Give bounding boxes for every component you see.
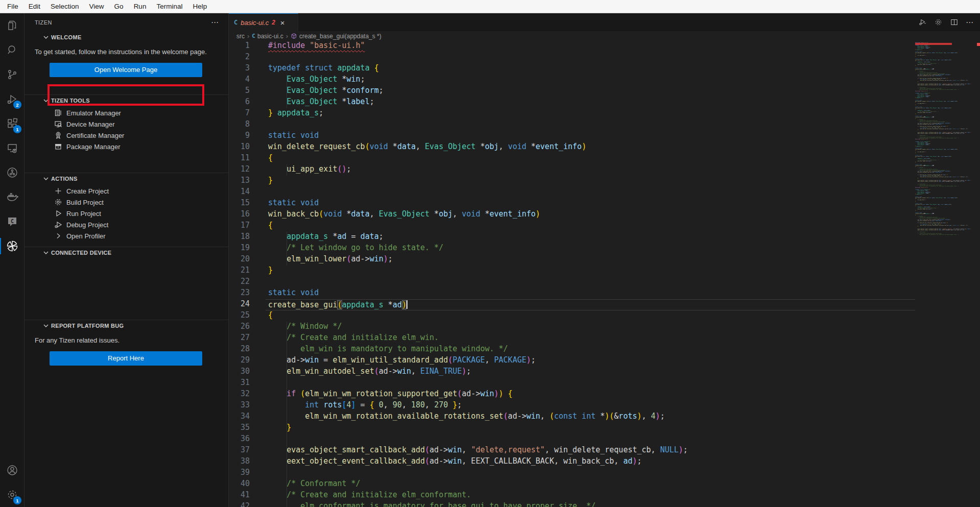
sidebar-item-build-project[interactable]: Build Project xyxy=(25,197,228,208)
code-line[interactable]: { xyxy=(266,153,915,164)
code-line[interactable]: Evas_Object *label; xyxy=(266,97,915,108)
code-line[interactable] xyxy=(266,187,915,198)
search-icon[interactable] xyxy=(0,38,24,62)
settings-icon[interactable]: 1 xyxy=(0,482,24,507)
line-number[interactable]: 8 xyxy=(229,119,250,131)
breadcrumb-folder[interactable]: src xyxy=(236,33,245,40)
code-lines[interactable]: #include "basic-ui.h"typedef struct appd… xyxy=(266,41,915,507)
line-number[interactable]: 9 xyxy=(229,131,250,142)
line-number[interactable]: 18 xyxy=(229,232,250,243)
line-number[interactable]: 16 xyxy=(229,209,250,221)
more-actions-icon[interactable]: ⋯ xyxy=(966,18,974,27)
code-line[interactable] xyxy=(266,378,915,389)
code-line[interactable]: ad->win = elm_win_util_standard_add(PACK… xyxy=(266,355,915,367)
code-line[interactable]: #include "basic-ui.h" xyxy=(266,41,915,52)
menu-selection[interactable]: Selection xyxy=(45,1,84,12)
line-number[interactable]: 33 xyxy=(229,400,250,412)
line-number[interactable]: 11 xyxy=(229,153,250,164)
line-number[interactable]: 42 xyxy=(229,501,250,507)
code-line[interactable]: typedef struct appdata { xyxy=(266,63,915,75)
menu-view[interactable]: View xyxy=(84,1,109,12)
code-line[interactable]: win_delete_request_cb(void *data, Evas_O… xyxy=(266,142,915,153)
sidebar-item-certificate-manager[interactable]: Certificate Manager xyxy=(25,130,228,141)
configure-gear-icon[interactable] xyxy=(934,18,943,27)
line-number[interactable]: 10 xyxy=(229,142,250,153)
line-number[interactable]: 5 xyxy=(229,86,250,97)
code-line[interactable]: appdata_s *ad = data; xyxy=(266,232,915,243)
line-number[interactable]: 22 xyxy=(229,277,250,288)
code-line[interactable]: eext_object_event_callback_add(ad->win, … xyxy=(266,456,915,468)
run-debug-icon[interactable]: 2 xyxy=(0,87,24,111)
minimap[interactable]: #include "basic-ui.h"typedef struct appd… xyxy=(915,42,973,507)
menu-file[interactable]: File xyxy=(2,1,23,12)
code-line[interactable]: static void xyxy=(266,288,915,299)
line-number[interactable]: 34 xyxy=(229,412,250,423)
line-number[interactable]: 13 xyxy=(229,176,250,187)
section-actions[interactable]: ACTIONS xyxy=(25,173,228,184)
code-line[interactable] xyxy=(266,52,915,63)
line-number[interactable]: 3 xyxy=(229,63,250,75)
code-line[interactable]: if (elm_win_wm_rotation_supported_get(ad… xyxy=(266,389,915,400)
tab-basic-ui-c[interactable]: C basic-ui.c 2 × xyxy=(229,13,298,31)
line-number[interactable]: 19 xyxy=(229,243,250,254)
line-number[interactable]: 1 xyxy=(229,41,250,52)
line-number[interactable]: 32 xyxy=(229,389,250,400)
line-number[interactable]: 41 xyxy=(229,490,250,501)
breadcrumb-file[interactable]: basic-ui.c xyxy=(257,33,283,40)
line-number[interactable]: 2 xyxy=(229,52,250,63)
code-line[interactable]: { xyxy=(266,310,915,322)
line-number[interactable]: 29 xyxy=(229,355,250,367)
code-line[interactable]: elm_win_wm_rotation_available_rotations_… xyxy=(266,412,915,423)
line-number[interactable]: 37 xyxy=(229,445,250,456)
split-editor-icon[interactable] xyxy=(950,18,959,27)
more-actions-icon[interactable]: ⋯ xyxy=(208,18,222,27)
line-number[interactable]: 4 xyxy=(229,75,250,86)
code-line[interactable]: /* Create and initialize elm_win. xyxy=(266,333,915,344)
code-line[interactable]: elm_win_lower(ad->win); xyxy=(266,254,915,265)
code-editor[interactable]: 1234567891011121314151617181920212223242… xyxy=(229,41,980,507)
tizen-icon[interactable] xyxy=(0,234,24,258)
code-line[interactable]: int rots[4] = { 0, 90, 180, 270 }; xyxy=(266,400,915,412)
code-line[interactable]: { xyxy=(266,221,915,232)
code-line[interactable]: /* Let window go to hide state. */ xyxy=(266,243,915,254)
code-line[interactable]: /* Window */ xyxy=(266,322,915,333)
debug-run-icon[interactable] xyxy=(918,18,927,27)
remote-explorer-icon[interactable] xyxy=(0,136,24,160)
line-number[interactable]: 7 xyxy=(229,108,250,119)
code-line[interactable]: } xyxy=(266,423,915,434)
code-line[interactable]: } appdata_s; xyxy=(266,108,915,119)
menu-help[interactable]: Help xyxy=(187,1,212,12)
line-number[interactable]: 24 xyxy=(229,299,250,310)
sidebar-item-device-manager[interactable]: Device Manager xyxy=(25,118,228,130)
sidebar-item-open-profiler[interactable]: Open Profiler xyxy=(25,230,228,242)
c-chat-icon[interactable]: C xyxy=(0,209,24,234)
circle-branch-icon[interactable] xyxy=(0,160,24,185)
line-number[interactable]: 27 xyxy=(229,333,250,344)
line-number[interactable]: 6 xyxy=(229,97,250,108)
code-line[interactable] xyxy=(266,468,915,479)
line-number[interactable]: 25 xyxy=(229,310,250,322)
section-welcome[interactable]: WELCOME xyxy=(25,32,228,43)
line-number[interactable]: 40 xyxy=(229,479,250,490)
docker-icon[interactable] xyxy=(0,185,24,209)
line-number[interactable]: 23 xyxy=(229,288,250,299)
line-number[interactable]: 35 xyxy=(229,423,250,434)
account-icon[interactable] xyxy=(0,458,24,482)
code-line[interactable]: static void xyxy=(266,131,915,142)
sidebar-item-run-project[interactable]: Run Project xyxy=(25,208,228,219)
line-number[interactable]: 15 xyxy=(229,198,250,209)
breadcrumb-symbol[interactable]: create_base_gui(appdata_s *) xyxy=(299,33,381,40)
report-here-button[interactable]: Report Here xyxy=(50,351,202,366)
extensions-icon[interactable]: 1 xyxy=(0,111,24,136)
section-tizen-tools[interactable]: TIZEN TOOLS xyxy=(25,95,228,106)
menu-edit[interactable]: Edit xyxy=(23,1,45,12)
code-line[interactable]: evas_object_smart_callback_add(ad->win, … xyxy=(266,445,915,456)
code-line[interactable]: win_back_cb(void *data, Evas_Object *obj… xyxy=(266,209,915,221)
line-number[interactable]: 31 xyxy=(229,378,250,389)
line-number[interactable]: 38 xyxy=(229,456,250,468)
sidebar-item-create-project[interactable]: Create Project xyxy=(25,185,228,197)
line-number[interactable]: 39 xyxy=(229,468,250,479)
sidebar-item-package-manager[interactable]: Package Manager xyxy=(25,141,228,152)
line-number[interactable]: 36 xyxy=(229,434,250,445)
code-line[interactable]: elm_win is mandatory to manipulate windo… xyxy=(266,344,915,355)
